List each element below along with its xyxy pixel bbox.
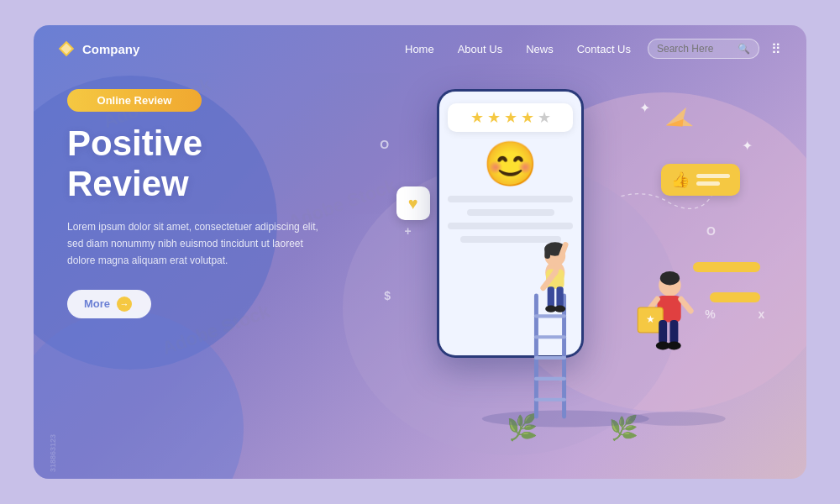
hero-title-line2: Review	[67, 164, 189, 203]
page-wrapper: Company Home About Us News Contact Us 🔍 …	[34, 25, 806, 479]
svg-point-5	[628, 412, 726, 426]
svg-rect-12	[534, 398, 566, 402]
svg-rect-32	[659, 320, 667, 344]
nav-home[interactable]: Home	[405, 43, 434, 55]
symbol-plus: +	[405, 224, 412, 238]
stars-row: ★ ★ ★ ★ ★	[448, 103, 573, 132]
svg-rect-10	[534, 356, 566, 360]
svg-marker-2	[662, 108, 692, 135]
star-5: ★	[538, 108, 551, 127]
more-button-label: More	[84, 297, 110, 310]
nav-about[interactable]: About Us	[458, 43, 502, 55]
svg-point-23	[554, 306, 565, 312]
nav-contact[interactable]: Contact Us	[577, 43, 631, 55]
logo[interactable]: Company	[57, 39, 139, 58]
illustration-svg: ★	[412, 156, 760, 459]
svg-rect-16	[545, 246, 551, 259]
logo-icon	[57, 39, 76, 58]
hero-right: O % $ O x % + ✦ ✦ ✦ ✦ ♥	[364, 81, 773, 459]
hero-left: Online Review Positive Review Lorem ipsu…	[67, 81, 364, 459]
more-arrow-icon: →	[117, 297, 132, 312]
svg-rect-11	[534, 377, 566, 381]
svg-line-28	[681, 299, 691, 311]
main-content: Online Review Positive Review Lorem ipsu…	[34, 72, 806, 475]
nav-news[interactable]: News	[526, 43, 554, 55]
hero-badge: Online Review	[67, 89, 202, 112]
navbar: Company Home About Us News Contact Us 🔍 …	[34, 25, 806, 72]
symbol-o: O	[380, 138, 389, 151]
svg-rect-21	[557, 286, 564, 307]
svg-point-25	[660, 271, 680, 286]
svg-rect-20	[548, 286, 554, 307]
sparkle-4: ✦	[742, 138, 753, 154]
hero-title: Positive Review	[67, 123, 364, 205]
svg-rect-8	[534, 314, 566, 318]
svg-text:★: ★	[646, 314, 655, 324]
sparkle-3: ✦	[639, 100, 650, 116]
star-3: ★	[504, 108, 517, 127]
symbol-dollar: $	[384, 289, 391, 302]
star-2: ★	[487, 108, 501, 127]
svg-rect-9	[534, 335, 566, 339]
more-button[interactable]: More →	[67, 290, 151, 318]
search-icon[interactable]: 🔍	[738, 43, 750, 55]
hero-description: Lorem ipsum dolor sit amet, consectetuer…	[67, 218, 328, 270]
hero-title-line1: Positive	[67, 123, 202, 163]
star-1: ★	[470, 108, 484, 127]
logo-text: Company	[82, 42, 139, 56]
star-4: ★	[521, 108, 534, 127]
svg-point-35	[667, 342, 681, 350]
search-input[interactable]	[657, 43, 732, 55]
grid-icon[interactable]: ⠿	[771, 41, 783, 57]
svg-rect-33	[670, 320, 679, 344]
nav-links: Home About Us News Contact Us	[405, 43, 631, 55]
search-bar[interactable]: 🔍	[648, 39, 759, 59]
paper-plane-icon	[662, 108, 694, 139]
